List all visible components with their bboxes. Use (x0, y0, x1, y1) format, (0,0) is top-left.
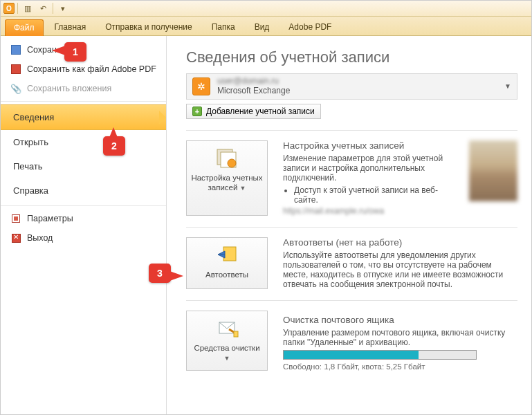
section-bullet: Доступ к этой учетной записи на веб-сайт… (294, 185, 450, 205)
account-selector[interactable]: ✲ user@domain.ru Microsoft Exchange ▼ (186, 73, 517, 100)
section-body: Управление размером почтового ящика, вкл… (283, 328, 517, 347)
attachment-icon: 📎 (10, 83, 21, 94)
svg-rect-5 (234, 331, 238, 337)
user-photo (469, 140, 517, 201)
tab-folder[interactable]: Папка (203, 19, 244, 35)
chevron-down-icon: ▼ (504, 82, 511, 90)
account-settings-button[interactable]: Настройка учетных записей ▼ (186, 140, 268, 216)
section-auto-replies: Автоответы Автоответы (нет на работе) Ис… (186, 237, 517, 289)
cleanup-tools-button[interactable]: Средства очистки ▼ (186, 311, 268, 371)
nav-exit[interactable]: Выход (1, 228, 166, 248)
section-account-settings: Настройка учетных записей ▼ Настройка уч… (186, 140, 517, 216)
section-body: Используйте автоответы для уведомления д… (283, 250, 517, 289)
nav-label: Сохранить как файл Adobe PDF (27, 64, 156, 74)
nav-options[interactable]: Параметры (1, 209, 166, 228)
nav-help[interactable]: Справка (1, 178, 166, 203)
owa-link[interactable]: https://mail.example.ru/owa (283, 206, 450, 216)
account-email: user@domain.ru (217, 77, 497, 86)
section-cleanup: Средства очистки ▼ Очистка почтового ящи… (186, 311, 517, 371)
app-icon: O (3, 3, 15, 14)
chevron-down-icon: ▼ (224, 355, 230, 362)
quota-text: Свободно: 1,8 Гбайт, квота: 5,25 Гбайт (283, 362, 517, 371)
nav-print[interactable]: Печать (1, 154, 166, 178)
options-icon (10, 213, 21, 224)
tab-home[interactable]: Главная (46, 19, 95, 35)
nav-open[interactable]: Открыть (1, 130, 166, 154)
svg-point-2 (228, 159, 236, 167)
exchange-icon: ✲ (192, 77, 210, 95)
cleanup-icon (215, 318, 239, 339)
nav-save-as-pdf[interactable]: Сохранить как файл Adobe PDF (1, 59, 166, 79)
page-title: Сведения об учетной записи (186, 48, 517, 66)
backstage-nav: Сохран Сохранить как файл Adobe PDF 📎 Со… (1, 36, 167, 415)
callout-2: 2 (103, 136, 125, 156)
nav-info[interactable]: Сведения (1, 104, 166, 130)
section-title: Очистка почтового ящика (283, 315, 517, 325)
nav-label: Выход (27, 233, 53, 243)
auto-replies-icon (215, 245, 239, 266)
qat-undo-icon[interactable]: ↶ (36, 2, 50, 15)
tab-file[interactable]: Файл (5, 19, 44, 36)
qat-customize-dropdown[interactable]: ▾ (56, 2, 70, 15)
tab-view[interactable]: Вид (246, 19, 278, 35)
section-body: Изменение параметров для этой учетной за… (283, 154, 450, 183)
quick-access-toolbar: O ▥ ↶ ▾ (1, 1, 531, 17)
ribbon-tabs: Файл Главная Отправка и получение Папка … (1, 17, 531, 36)
nav-label: Сохранить вложения (27, 84, 111, 93)
quota-bar (283, 350, 477, 360)
add-account-label: Добавление учетной записи (206, 107, 315, 116)
plus-icon: + (192, 107, 202, 116)
add-account-button[interactable]: + Добавление учетной записи (186, 104, 321, 119)
callout-1: 1 (64, 42, 86, 62)
chevron-down-icon: ▼ (240, 185, 246, 192)
nav-label: Параметры (27, 214, 73, 223)
account-settings-icon (215, 148, 239, 169)
nav-save-attachments: 📎 Сохранить вложения (1, 79, 166, 98)
tab-adobe-pdf[interactable]: Adobe PDF (280, 19, 340, 35)
pdf-icon (10, 64, 21, 75)
account-type: Microsoft Exchange (217, 86, 497, 96)
callout-3: 3 (149, 264, 171, 283)
tab-send-receive[interactable]: Отправка и получение (97, 19, 200, 35)
exit-icon (10, 232, 21, 243)
auto-replies-button[interactable]: Автоответы (186, 237, 268, 289)
section-title: Настройка учетных записей (283, 140, 450, 151)
backstage-content: Сведения об учетной записи ✲ user@domain… (167, 36, 531, 415)
qat-button[interactable]: ▥ (21, 2, 35, 15)
section-title: Автоответы (нет на работе) (283, 237, 517, 248)
svg-rect-3 (223, 247, 236, 261)
save-icon (10, 44, 21, 55)
